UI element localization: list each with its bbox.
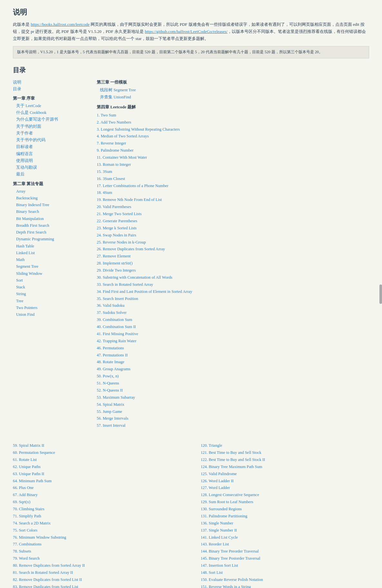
toc-link-reader[interactable]: 目标读者 (13, 144, 84, 150)
list-link[interactable]: 47. Permutations II (97, 353, 128, 357)
toc-link-interact[interactable]: 互动与勘误 (13, 164, 84, 171)
list-link[interactable]: 77. Combinations (13, 542, 42, 546)
list-link[interactable]: 74. Search a 2D Matrix (13, 521, 51, 525)
list-link[interactable]: 121. Best Time to Buy and Sell Stock (201, 450, 261, 455)
list-link[interactable]: 18. 4Sum (97, 190, 112, 195)
toc-link-cover[interactable]: 关于书的封面 (13, 123, 84, 130)
link-online[interactable]: https://books.halfrost.com/leetcode (31, 22, 90, 27)
list-link[interactable]: 36. Valid Sudoku (97, 303, 124, 308)
list-link[interactable]: 131. Palindrome Partitioning (201, 514, 248, 518)
list-link[interactable]: 30. Substring with Concatenation of All … (97, 275, 172, 280)
list-link[interactable]: 22. Generate Parentheses (97, 219, 137, 223)
list-link[interactable]: 128. Longest Consecutive Sequence (201, 493, 259, 497)
list-link[interactable]: 23. Merge k Sorted Lists (97, 226, 137, 230)
toc-link-unionfind-ch3[interactable]: 并查集 UnionFind (97, 94, 369, 101)
list-link[interactable]: 59. Spiral Matrix II (13, 443, 44, 448)
toc-link-bsearch[interactable]: Binary Search (13, 208, 84, 215)
toc-link-code[interactable]: 关于书中的代码 (13, 137, 84, 144)
list-link[interactable]: 33. Search in Rotated Sorted Array (97, 282, 153, 287)
list-link[interactable]: 55. Jump Game (97, 409, 122, 414)
toc-link-segtree-ch3[interactable]: 线段树 Segment Tree (97, 87, 369, 94)
list-link[interactable]: 46. Permutations (97, 346, 124, 350)
list-link[interactable]: 66. Plus One (13, 485, 34, 490)
list-link[interactable]: 62. Unique Paths (13, 464, 41, 469)
list-link[interactable]: 144. Binary Tree Preorder Traversal (201, 549, 259, 553)
toc-link-bit[interactable]: Binary Indexed Tree (13, 202, 84, 208)
toc-link-array[interactable]: Array (13, 188, 84, 195)
list-link[interactable]: 48. Rotate Image (97, 360, 124, 364)
list-link[interactable]: 35. Search Insert Position (97, 296, 138, 301)
list-link[interactable]: 41. First Missing Positive (97, 332, 138, 336)
list-link[interactable]: 63. Unique Paths II (13, 472, 44, 476)
list-link[interactable]: 141. Linked List Cycle (201, 535, 238, 540)
toc-link-bitmanip[interactable]: Bit Manipulation (13, 215, 84, 222)
toc-link-sort[interactable]: Sort (13, 277, 84, 284)
list-link[interactable]: 80. Remove Duplicates from Sorted Array … (13, 563, 85, 568)
list-link[interactable]: 42. Trapping Rain Water (97, 339, 136, 343)
list-link[interactable]: 82. Remove Duplicates from Sorted List I… (13, 577, 82, 582)
list-link[interactable]: 143. Reorder List (201, 542, 229, 546)
list-link[interactable]: 71. Simplify Path (13, 514, 41, 518)
toc-link-sliding[interactable]: Sliding Window (13, 270, 84, 277)
list-link[interactable]: 2. Add Two Numbers (97, 120, 131, 125)
list-link[interactable]: 1. Two Sum (97, 113, 116, 117)
list-link[interactable]: 49. Group Anagrams (97, 367, 131, 371)
toc-link-stack[interactable]: Stack (13, 284, 84, 291)
list-link[interactable]: 25. Reverse Nodes in k-Group (97, 240, 146, 244)
list-link[interactable]: 13. Roman to Integer (97, 162, 131, 167)
list-link[interactable]: 37. Sudoku Solver (97, 310, 127, 315)
list-link[interactable]: 83. Remove Duplicates from Sorted List (13, 584, 78, 588)
toc-link-dfs[interactable]: Depth First Search (13, 229, 84, 236)
link-github[interactable]: https://github.com/halfrost/LeetCodeGo/r… (145, 29, 228, 34)
toc-link-linkedlist[interactable]: Linked List (13, 250, 84, 256)
list-link[interactable]: 57. Insert Interval (97, 423, 125, 428)
list-link[interactable]: 75. Sort Colors (13, 528, 37, 533)
list-link[interactable]: 136. Single Number (201, 521, 233, 525)
toc-link-last[interactable]: 最后 (13, 171, 84, 178)
list-link[interactable]: 145. Binary Tree Postorder Traversal (201, 556, 260, 561)
list-link[interactable]: 52. N-Queens II (97, 388, 123, 393)
toc-link-tree[interactable]: Tree (13, 298, 84, 304)
list-link[interactable]: 81. Search in Rotated Sorted Array II (13, 570, 73, 575)
list-link[interactable]: 122. Best Time to Buy and Sell Stock II (201, 457, 265, 462)
toc-link-author[interactable]: 关于作者 (13, 130, 84, 137)
toc-link-segtree[interactable]: Segment Tree (13, 263, 84, 270)
list-link[interactable]: 70. Climbing Stairs (13, 507, 44, 511)
toc-link-lang[interactable]: 编程语言 (13, 151, 84, 157)
list-link[interactable]: 7. Reverse Integer (97, 141, 126, 145)
toc-link-twoptr[interactable]: Two Pointers (13, 304, 84, 311)
list-link[interactable]: 76. Minimum Window Substring (13, 535, 66, 540)
list-link[interactable]: 53. Maximum Subarray (97, 395, 135, 400)
list-link[interactable]: 28. Implement strStr() (97, 261, 132, 265)
list-link[interactable]: 60. Permutation Sequence (13, 450, 55, 455)
list-link[interactable]: 137. Single Number II (201, 528, 237, 533)
list-link[interactable]: 19. Remove Nth Node From End of List (97, 197, 162, 202)
list-link[interactable]: 11. Container With Most Water (97, 155, 147, 160)
toc-link-why[interactable]: 为什么要写这个开源书 (13, 116, 84, 123)
list-link[interactable]: 150. Evaluate Reverse Polish Notation (201, 577, 263, 582)
list-link[interactable]: 147. Insertion Sort List (201, 563, 238, 568)
list-link[interactable]: 151. Reverse Words in a String (201, 584, 251, 588)
list-link[interactable]: 24. Swap Nodes in Pairs (97, 233, 136, 237)
scrollbar[interactable] (379, 284, 382, 304)
toc-link-about-lc[interactable]: 关于 LeetCode (13, 103, 84, 109)
list-link[interactable]: 78. Subsets (13, 549, 31, 553)
toc-link-unionfind[interactable]: Union Find (13, 311, 84, 318)
list-link[interactable]: 40. Combination Sum II (97, 324, 136, 329)
toc-link-string[interactable]: String (13, 291, 84, 297)
list-link[interactable]: 79. Word Search (13, 556, 40, 561)
list-link[interactable]: 51. N-Queens (97, 381, 119, 385)
list-link[interactable]: 39. Combination Sum (97, 317, 132, 322)
toc-link-math[interactable]: Math (13, 256, 84, 263)
toc-link-dp[interactable]: Dynamic Programming (13, 236, 84, 243)
list-link[interactable]: 17. Letter Combinations of a Phone Numbe… (97, 184, 169, 188)
toc-link-bfs[interactable]: Breadth First Search (13, 222, 84, 229)
list-link[interactable]: 148. Sort List (201, 570, 223, 575)
list-link[interactable]: 127. Word Ladder (201, 485, 230, 490)
toc-link-usage[interactable]: 使用说明 (13, 157, 84, 164)
list-link[interactable]: 56. Merge Intervals (97, 416, 128, 421)
list-link[interactable]: 20. Valid Parentheses (97, 204, 131, 209)
list-link[interactable]: 125. Valid Palindrome (201, 472, 237, 476)
list-link[interactable]: 50. Pow(x, n) (97, 374, 119, 378)
list-link[interactable]: 34. Find First and Last Position of Elem… (97, 289, 192, 294)
